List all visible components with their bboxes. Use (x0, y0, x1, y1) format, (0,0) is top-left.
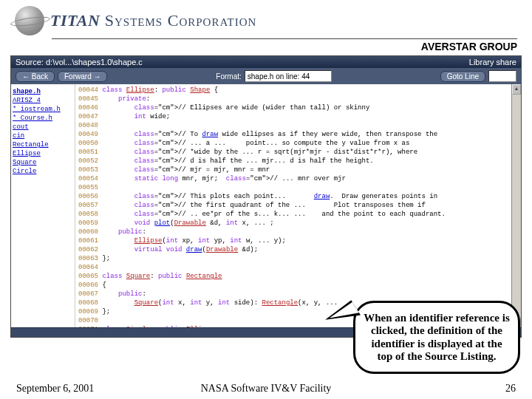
identifiers-sidebar: shape.hARISZ 4* iostream.h* Course.hcout… (11, 84, 75, 327)
scroll-up-icon[interactable]: ▲ (512, 84, 521, 95)
code-line[interactable]: 00057 class="cm">// the first quadrant o… (78, 201, 508, 210)
format-input[interactable] (245, 70, 332, 82)
footer-center: NASA Software IV&V Facility (201, 383, 332, 395)
header-divider (52, 38, 517, 39)
goto-line-input[interactable] (488, 70, 516, 82)
code-line[interactable]: 00052 class="cm">// d is half the ... mj… (78, 157, 508, 166)
source-listing: 00044 class Ellipse: public Shape {00045… (75, 84, 511, 327)
page-number: 26 (505, 383, 516, 395)
code-line[interactable]: 00066 { (78, 281, 508, 290)
window-titlebar: Source: d:\vol...\shapes1.0\shape.c Libr… (11, 56, 521, 68)
vertical-scrollbar[interactable]: ▲ ▼ (511, 84, 521, 327)
sidebar-item[interactable]: Rectangle (13, 140, 73, 149)
footer-date: September 6, 2001 (16, 383, 94, 395)
slide-header: TITAN Systems Corporation (0, 0, 532, 37)
code-line[interactable]: 00060 public: (78, 228, 508, 236)
code-line[interactable]: 00049 class="cm">// To draw wide ellipse… (78, 130, 508, 139)
sidebar-item[interactable]: Ellipse (13, 149, 73, 158)
goto-line-button[interactable]: Goto Line (440, 71, 485, 82)
code-line[interactable]: 00063 }; (78, 254, 508, 263)
code-line[interactable]: 00061 Ellipse(int xp, int yp, int w, ...… (78, 236, 508, 245)
code-line[interactable]: 00044 class Ellipse: public Shape { (78, 86, 508, 95)
sidebar-item[interactable]: cin (13, 132, 73, 140)
explanation-callout: When an identifier reference is clicked,… (353, 301, 520, 374)
globe-icon (15, 6, 44, 35)
code-line[interactable]: 00045 private: (78, 95, 508, 103)
source-browser-window: Source: d:\vol...\shapes1.0\shape.c Libr… (10, 55, 522, 338)
code-line[interactable]: 00055 (78, 183, 508, 192)
sidebar-item[interactable]: Square (13, 158, 73, 167)
browser-toolbar: ← Back Forward → Format: Goto Line (11, 68, 521, 84)
sidebar-item[interactable]: cout (13, 123, 73, 132)
browser-content: shape.hARISZ 4* iostream.h* Course.hcout… (11, 84, 521, 327)
code-line[interactable]: 00046 class="cm">// Ellipses are wide (w… (78, 103, 508, 112)
sidebar-item[interactable]: * Course.h (13, 114, 73, 123)
forward-button[interactable]: Forward → (58, 71, 107, 82)
code-line[interactable]: 00062 virtual void draw(Drawable &d); (78, 245, 508, 254)
logo-titan: TITAN (50, 11, 100, 30)
back-button[interactable]: ← Back (16, 71, 55, 82)
sidebar-item[interactable]: Circle (13, 167, 73, 176)
code-line[interactable]: 00067 public: (78, 290, 508, 299)
company-logo-text: TITAN Systems Corporation (50, 11, 256, 30)
sidebar-item[interactable]: * iostream.h (13, 105, 73, 114)
code-line[interactable]: 00054 static long mnr, mjr; class="cm">/… (78, 174, 508, 183)
sidebar-item-current[interactable]: shape.h (13, 87, 73, 96)
code-line[interactable]: 00065 class Square: public Rectangle (78, 272, 508, 281)
callout-text: When an identifier reference is clicked,… (364, 312, 509, 362)
logo-rest: Systems Corporation (100, 11, 256, 30)
format-label: Format: (216, 72, 241, 81)
code-line[interactable]: 00058 class="cm">// .. ee*pr of the s...… (78, 210, 508, 219)
code-line[interactable]: 00048 (78, 121, 508, 130)
code-line[interactable]: 00053 class="cm">// mjr = mjr, mnr = mnr (78, 166, 508, 174)
code-line[interactable]: 00047 int wide; (78, 112, 508, 121)
code-line[interactable]: 00051 class="cm">// *wide by the ... r =… (78, 148, 508, 157)
library-share-label: Library share (469, 58, 516, 66)
slide-footer: September 6, 2001 NASA Software IV&V Fac… (0, 383, 532, 395)
scroll-track[interactable] (512, 95, 521, 317)
logo-row: TITAN Systems Corporation (15, 6, 517, 35)
code-line[interactable]: 00050 class="cm">// ... a ... point... s… (78, 139, 508, 148)
code-line[interactable]: 00059 void plot(Drawable &d, int x, ... … (78, 219, 508, 228)
code-line[interactable]: 00056 class="cm">// This plots each poin… (78, 192, 508, 201)
window-title-text: Source: d:\vol...\shapes1.0\shape.c (16, 58, 143, 66)
sidebar-item[interactable]: ARISZ 4 (13, 96, 73, 105)
code-line[interactable]: 00064 (78, 263, 508, 272)
group-label: AVERSTAR GROUP (0, 41, 532, 52)
